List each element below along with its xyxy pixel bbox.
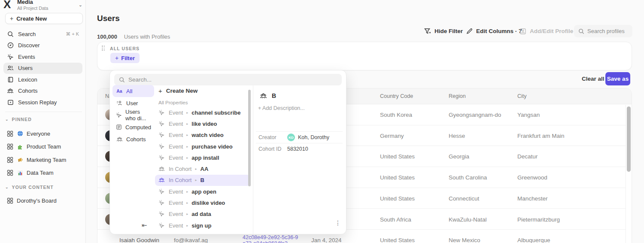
search-profiles-placeholder: Search profiles — [587, 28, 625, 34]
column-header-country-code[interactable]: Country Code — [380, 93, 413, 99]
event-spark-icon — [158, 155, 165, 161]
dropdown-item-AA[interactable]: In Cohort ▸ AA — [155, 163, 250, 174]
sidebar-item-data-team[interactable]: Data Team — [3, 167, 82, 180]
create-new-button[interactable]: + Create New — [5, 13, 83, 24]
sidebar-item-users[interactable]: Users — [3, 63, 82, 74]
dropdown-scrollbar-thumb[interactable] — [248, 90, 251, 186]
drag-handle-icon[interactable] — [102, 46, 106, 52]
profile-count: 100,000 — [97, 33, 117, 40]
clear-all-button[interactable]: Clear all — [582, 76, 605, 82]
dropdown-category-list: Aa All User Users who di... Computed Coh… — [112, 85, 154, 145]
your-content-section-header[interactable]: ⌄ YOUR CONTENT — [5, 185, 82, 190]
hide-filter-button[interactable]: Hide Filter — [424, 25, 463, 37]
search-icon — [7, 30, 14, 37]
event-spark-icon — [158, 132, 165, 138]
avatar — [105, 234, 116, 243]
pinned-section-header[interactable]: ⌄ PINNED — [5, 117, 82, 122]
sidebar-item-discover[interactable]: Discover — [3, 40, 82, 52]
megaphone-icon — [17, 157, 23, 163]
add-description-button[interactable]: + Add Description... — [258, 105, 305, 111]
event-spark-icon — [158, 121, 165, 127]
workspace-switcher[interactable]: X Media All Project Data ⌄ — [3, 0, 82, 12]
sidebar-item-everyone[interactable]: Everyone — [3, 127, 82, 140]
creator-avatar: KD — [287, 134, 295, 141]
save-as-button[interactable]: Save as — [605, 72, 630, 85]
event-spark-icon — [158, 188, 165, 195]
category-users-who-did[interactable]: Users who di... — [112, 109, 154, 121]
funnel-icon — [424, 28, 431, 34]
event-spark-icon — [7, 53, 14, 60]
board-grid-icon — [7, 197, 13, 204]
category-cohorts[interactable]: Cohorts — [112, 133, 154, 145]
sidebar: X Media All Project Data ⌄ + Create New … — [0, 0, 86, 243]
table-scrollbar[interactable] — [626, 105, 632, 243]
board-grid-icon — [7, 170, 13, 176]
scrollbar-thumb[interactable] — [627, 106, 631, 172]
dropdown-item-watch-video[interactable]: Event ▸ watch video — [155, 130, 250, 141]
category-user[interactable]: User — [112, 97, 154, 109]
plus-icon: + — [10, 15, 13, 22]
dropdown-search-input[interactable]: Search... — [114, 74, 342, 85]
creator-row: Creator KD Koh, Dorothy — [258, 132, 343, 143]
event-spark-icon — [158, 211, 165, 217]
cohort-preview-pane: B + Add Description... Creator KD Koh, D… — [253, 85, 346, 234]
workspace-subtitle: All Project Data — [17, 6, 79, 11]
user-id-link[interactable]: 42c08e49-2e92-5c36-9a73-a84eb8684fa3 — [243, 234, 301, 243]
dropdown-item-app-open[interactable]: Event ▸ app open — [155, 186, 250, 197]
search-profiles-input[interactable]: Search profiles — [574, 25, 632, 37]
dropdown-item-B[interactable]: In Cohort ▸ B — [155, 175, 250, 186]
bar-chart-icon — [17, 170, 23, 176]
workspace-name: Media — [17, 0, 79, 5]
collapse-panel-icon[interactable]: ⇤ — [142, 222, 147, 229]
chevron-down-icon: ⌄ — [79, 2, 82, 8]
pinned-list: Everyone Product Team Marketing Team Dat… — [3, 127, 82, 179]
cohort-id-value: 5832010 — [287, 146, 308, 152]
dropdown-item-dislike-video[interactable]: Event ▸ dislike video — [155, 197, 250, 208]
your-content-list: Dorothy's Board — [3, 194, 82, 207]
filter-property-dropdown: Search... Aa All User Users who di... Co… — [109, 70, 346, 234]
sidebar-item-events[interactable]: Events — [3, 51, 82, 63]
sidebar-item-search[interactable]: Search ⌘ + K — [3, 28, 82, 40]
sidebar-item-dorothys-board[interactable]: Dorothy's Board — [3, 194, 82, 207]
search-icon — [119, 77, 125, 83]
dropdown-item-sign-up[interactable]: Event ▸ sign up — [155, 220, 250, 231]
computed-icon — [116, 124, 122, 130]
category-computed[interactable]: Computed — [112, 121, 154, 133]
dropdown-item-channel-subscribe[interactable]: Event ▸ channel subscribe — [155, 107, 250, 118]
dropdown-item-app-install[interactable]: Event ▸ app install — [155, 152, 250, 163]
category-all[interactable]: Aa All — [112, 85, 154, 97]
more-options-icon[interactable]: ⋮ — [335, 222, 341, 224]
board-grid-icon — [7, 157, 13, 163]
event-spark-icon — [116, 112, 122, 118]
cohort-icon — [158, 166, 165, 172]
event-spark-icon — [158, 109, 165, 116]
compass-icon — [7, 42, 14, 49]
dropdown-search-placeholder: Search... — [128, 76, 152, 83]
page-title: Users — [97, 14, 120, 23]
sidebar-item-session-replay[interactable]: Session Replay — [3, 97, 82, 108]
sidebar-item-product-team[interactable]: Product Team — [3, 140, 82, 154]
dropdown-item-ad-data[interactable]: Event ▸ ad data — [155, 209, 250, 220]
add-edit-profile-button[interactable]: Add/Edit Profile — [519, 25, 573, 37]
event-spark-icon — [158, 200, 165, 206]
chevron-down-icon: ⌄ — [5, 185, 9, 189]
cohort-icon — [260, 92, 267, 99]
creator-name: Koh, Dorothy — [298, 134, 329, 140]
dropdown-item-like-video[interactable]: Event ▸ like video — [155, 118, 250, 129]
add-filter-button[interactable]: + Filter — [110, 53, 140, 63]
sidebar-item-lexicon[interactable]: Lexicon — [3, 74, 82, 85]
sidebar-item-cohorts[interactable]: Cohorts — [3, 85, 82, 97]
search-shortcut: ⌘ + K — [66, 31, 79, 37]
search-icon — [578, 28, 584, 34]
replay-icon — [7, 99, 14, 106]
edit-columns-button[interactable]: Edit Columns · 7 — [466, 25, 522, 37]
column-header-city[interactable]: City — [517, 93, 527, 99]
sidebar-item-marketing-team[interactable]: Marketing Team — [3, 153, 82, 167]
book-icon — [7, 76, 14, 83]
dropdown-create-new-button[interactable]: + Create New — [155, 85, 253, 97]
dropdown-item-purchase-video[interactable]: Event ▸ purchase video — [155, 141, 250, 152]
column-header-region[interactable]: Region — [449, 93, 466, 99]
chevron-down-icon: ⌄ — [5, 117, 9, 122]
dropdown-item-list: + Create New All Properties Event ▸ chan… — [155, 85, 253, 231]
cohort-title: B — [272, 92, 276, 99]
